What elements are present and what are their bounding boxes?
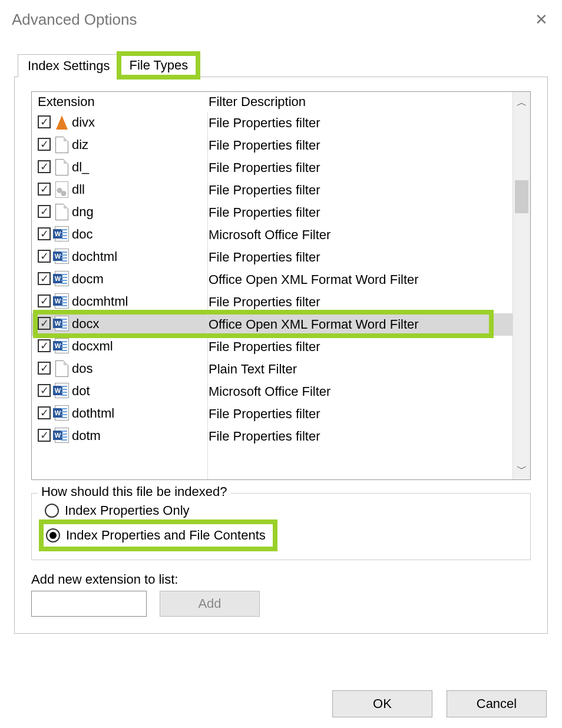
extension-label: dng bbox=[72, 204, 94, 219]
add-button[interactable]: Add bbox=[160, 591, 260, 617]
scroll-up-icon[interactable]: ︿ bbox=[517, 95, 527, 110]
title-bar: Advanced Options ✕ bbox=[0, 0, 562, 37]
checkbox-icon[interactable] bbox=[38, 384, 51, 397]
checkbox-icon[interactable] bbox=[38, 429, 51, 442]
word-file-icon bbox=[54, 405, 70, 423]
tab-file-types[interactable]: File Types bbox=[119, 54, 198, 77]
filter-description: Office Open XML Format Word Filter bbox=[203, 269, 513, 291]
filter-description: File Properties filter bbox=[203, 134, 513, 157]
extension-label: docm bbox=[72, 272, 104, 286]
table-row[interactable]: docMicrosoft Office Filter bbox=[32, 224, 513, 246]
table-row[interactable]: docxOffice Open XML Format Word Filter bbox=[32, 313, 513, 336]
extension-label: docx bbox=[72, 316, 99, 331]
checkbox-icon[interactable] bbox=[38, 250, 51, 263]
checkbox-icon[interactable] bbox=[38, 160, 51, 173]
table-row[interactable]: dllFile Properties filter bbox=[32, 179, 513, 201]
table-row[interactable]: dotMicrosoft Office Filter bbox=[32, 380, 513, 403]
close-icon[interactable]: ✕ bbox=[530, 8, 553, 31]
filter-description: File Properties filter bbox=[203, 157, 513, 179]
checkbox-icon[interactable] bbox=[38, 317, 51, 330]
filter-description: File Properties filter bbox=[203, 246, 513, 269]
scrollbar-vertical[interactable]: ︿ ﹀ bbox=[513, 92, 530, 479]
dialog-body: Index Settings File Types Extension Filt… bbox=[0, 37, 562, 634]
filter-description: File Properties filter bbox=[203, 201, 513, 224]
file-icon bbox=[54, 204, 70, 221]
word-file-icon bbox=[54, 428, 70, 445]
gear-file-icon bbox=[54, 181, 70, 199]
new-extension-input[interactable] bbox=[31, 591, 147, 617]
extension-label: dotm bbox=[72, 428, 101, 443]
filter-description: Microsoft Office Filter bbox=[203, 380, 513, 403]
extension-label: dos bbox=[72, 361, 92, 376]
filter-description: Microsoft Office Filter bbox=[203, 224, 513, 246]
tab-index-settings[interactable]: Index Settings bbox=[18, 54, 120, 77]
table-row[interactable]: docxmlFile Properties filter bbox=[32, 336, 513, 358]
extension-label: docxml bbox=[72, 339, 113, 353]
radio-properties-and-contents[interactable]: Index Properties and File Contents bbox=[45, 525, 272, 545]
file-icon bbox=[54, 159, 70, 177]
table-row[interactable]: dotmFile Properties filter bbox=[32, 425, 513, 448]
scroll-down-icon[interactable]: ﹀ bbox=[517, 462, 527, 476]
checkbox-icon[interactable] bbox=[38, 294, 51, 307]
tab-strip: Index Settings File Types bbox=[14, 53, 548, 77]
checkbox-icon[interactable] bbox=[38, 115, 51, 128]
filter-description: Plain Text Filter bbox=[203, 358, 513, 380]
checkbox-icon[interactable] bbox=[38, 138, 51, 151]
column-header-extension[interactable]: Extension bbox=[32, 92, 203, 112]
extension-label: docmhtml bbox=[72, 294, 128, 309]
checkbox-icon[interactable] bbox=[38, 406, 51, 419]
window-title: Advanced Options bbox=[12, 11, 137, 29]
extension-label: dll bbox=[72, 182, 85, 197]
table-row[interactable]: dothtmlFile Properties filter bbox=[32, 403, 513, 425]
extension-label: dl_ bbox=[72, 160, 89, 174]
filter-description: File Properties filter bbox=[203, 291, 513, 313]
table-row[interactable]: dizFile Properties filter bbox=[32, 134, 513, 157]
checkbox-icon[interactable] bbox=[38, 272, 51, 285]
table-row[interactable]: divxFile Properties filter bbox=[32, 112, 513, 134]
checkbox-icon[interactable] bbox=[38, 183, 51, 196]
filter-description: File Properties filter bbox=[203, 336, 513, 358]
file-icon bbox=[54, 360, 70, 378]
column-divider[interactable] bbox=[207, 92, 208, 479]
scroll-track[interactable] bbox=[513, 110, 530, 462]
radio-icon bbox=[46, 528, 60, 542]
table-row[interactable]: dochtmlFile Properties filter bbox=[32, 246, 513, 269]
word-file-icon bbox=[54, 383, 70, 401]
index-mode-group: How should this file be indexed? Index P… bbox=[31, 493, 531, 560]
table-row[interactable]: dngFile Properties filter bbox=[32, 201, 513, 224]
scroll-thumb[interactable] bbox=[515, 180, 528, 213]
extension-label: dochtml bbox=[72, 249, 117, 264]
file-type-list-body: Extension Filter Description divxFile Pr… bbox=[32, 92, 513, 479]
ok-button[interactable]: OK bbox=[332, 690, 432, 717]
table-row[interactable]: dl_File Properties filter bbox=[32, 157, 513, 179]
extension-label: diz bbox=[72, 137, 88, 152]
word-file-icon bbox=[54, 249, 70, 266]
word-file-icon bbox=[54, 293, 70, 311]
checkbox-icon[interactable] bbox=[38, 339, 51, 352]
filter-description: File Properties filter bbox=[203, 403, 513, 425]
dialog-footer: OK Cancel bbox=[332, 690, 547, 717]
tab-panel-file-types: Extension Filter Description divxFile Pr… bbox=[14, 77, 548, 634]
file-icon bbox=[54, 137, 70, 154]
extension-label: doc bbox=[72, 227, 92, 241]
checkbox-icon[interactable] bbox=[38, 227, 51, 240]
add-extension-section: Add new extension to list: Add bbox=[31, 572, 531, 617]
group-legend: How should this file be indexed? bbox=[38, 484, 231, 499]
word-file-icon bbox=[54, 226, 70, 244]
word-file-icon bbox=[54, 316, 70, 333]
column-header-filter[interactable]: Filter Description bbox=[203, 92, 513, 112]
filter-description: Office Open XML Format Word Filter bbox=[203, 313, 513, 336]
extension-label: divx bbox=[72, 115, 95, 130]
table-row[interactable]: dosPlain Text Filter bbox=[32, 358, 513, 380]
add-extension-label: Add new extension to list: bbox=[31, 572, 531, 587]
table-row[interactable]: docmOffice Open XML Format Word Filter bbox=[32, 269, 513, 291]
filter-description: File Properties filter bbox=[203, 112, 513, 134]
table-row[interactable]: docmhtmlFile Properties filter bbox=[32, 291, 513, 313]
radio-properties-only[interactable]: Index Properties Only bbox=[42, 499, 520, 522]
checkbox-icon[interactable] bbox=[38, 205, 51, 218]
filter-description: File Properties filter bbox=[203, 425, 513, 448]
file-type-list: Extension Filter Description divxFile Pr… bbox=[31, 91, 531, 480]
checkbox-icon[interactable] bbox=[38, 362, 51, 375]
extension-label: dot bbox=[72, 383, 90, 398]
cancel-button[interactable]: Cancel bbox=[447, 690, 547, 717]
